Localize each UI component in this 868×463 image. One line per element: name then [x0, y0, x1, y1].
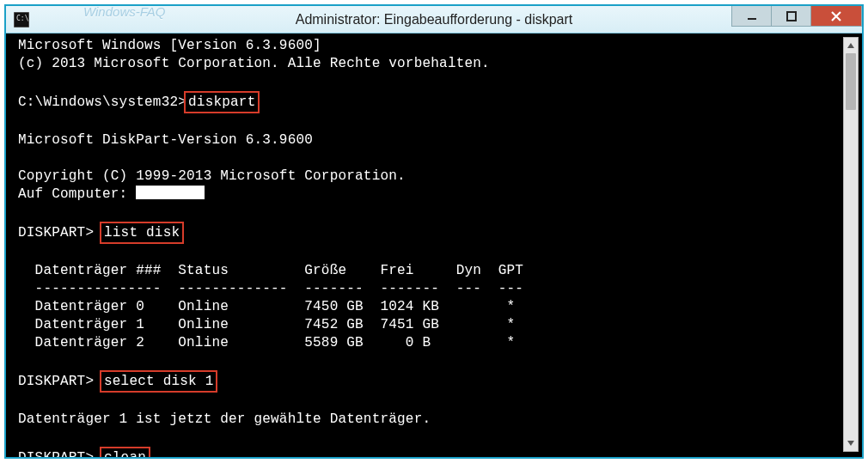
- svg-rect-2: [748, 18, 756, 20]
- svg-rect-3: [787, 12, 796, 21]
- scroll-track[interactable]: [844, 53, 858, 436]
- prompt: C:\Windows\system32>: [18, 94, 186, 110]
- watermark-text: Windows-FAQ: [83, 4, 165, 19]
- text-line: Microsoft Windows [Version 6.3.9600]: [18, 38, 321, 53]
- text-line: Copyright (C) 1999-2013 Microsoft Corpor…: [18, 168, 406, 184]
- terminal-output[interactable]: Microsoft Windows [Version 6.3.9600] (c)…: [6, 34, 862, 457]
- highlight-clean: clean: [100, 447, 150, 457]
- cmd-icon: C:\: [13, 11, 30, 28]
- prompt: DISKPART>: [18, 450, 102, 457]
- command-prompt-window: C:\ Windows-FAQ Administrator: Eingabeau…: [4, 4, 864, 459]
- scroll-down-arrow[interactable]: [844, 436, 858, 451]
- highlight-diskpart: diskpart: [184, 91, 260, 113]
- minimize-button[interactable]: [731, 6, 771, 27]
- redacted-computer-name: [136, 186, 205, 199]
- text-line: Microsoft DiskPart-Version 6.3.9600: [18, 132, 313, 148]
- table-divider: --------------- ------------- ------- --…: [18, 281, 523, 296]
- text-line: (c) 2013 Microsoft Corporation. Alle Rec…: [18, 56, 490, 71]
- scroll-up-arrow[interactable]: [844, 38, 858, 53]
- text-line: Datenträger 1 ist jetzt der gewählte Dat…: [18, 411, 431, 427]
- window-controls: [731, 6, 862, 27]
- svg-text:C:\: C:\: [16, 15, 29, 22]
- text-line: Auf Computer:: [18, 186, 136, 202]
- table-row: Datenträger 2 Online 5589 GB 0 B *: [18, 335, 515, 350]
- vertical-scrollbar[interactable]: [843, 37, 859, 452]
- highlight-list-disk: list disk: [100, 222, 184, 244]
- scroll-thumb[interactable]: [846, 53, 856, 110]
- maximize-button[interactable]: [771, 6, 810, 27]
- highlight-select-disk: select disk 1: [100, 370, 217, 393]
- table-row: Datenträger 1 Online 7452 GB 7451 GB *: [18, 317, 515, 332]
- prompt: DISKPART>: [18, 225, 102, 241]
- prompt: DISKPART>: [18, 374, 102, 389]
- close-button[interactable]: [810, 6, 862, 27]
- table-header: Datenträger ### Status Größe Frei Dyn GP…: [18, 263, 523, 278]
- table-row: Datenträger 0 Online 7450 GB 1024 KB *: [18, 299, 515, 314]
- titlebar[interactable]: C:\ Windows-FAQ Administrator: Eingabeau…: [6, 6, 862, 34]
